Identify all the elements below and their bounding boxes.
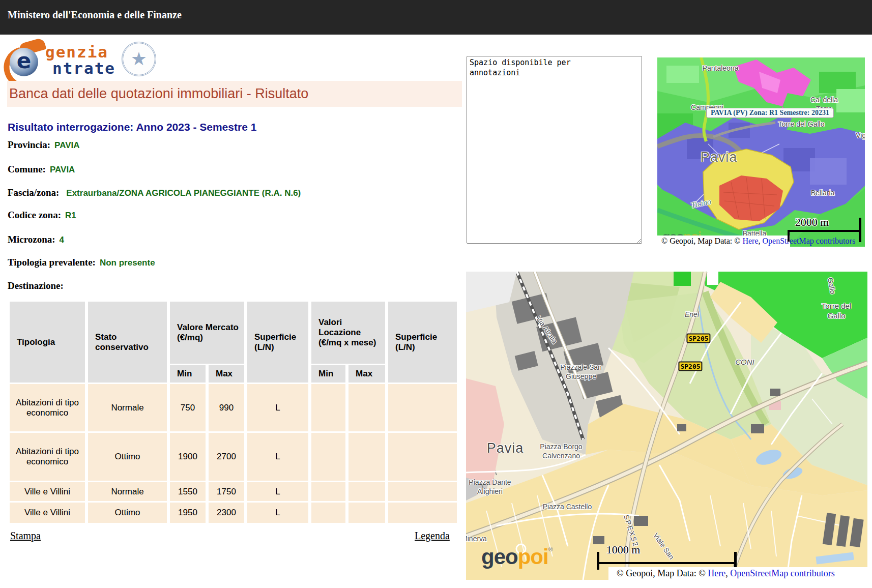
street-map-graphic xyxy=(466,272,867,580)
map-label-pantaleona: Pantaleona xyxy=(703,64,739,73)
cell-vm-max: 990 xyxy=(209,384,244,431)
stampa-link[interactable]: Stampa xyxy=(10,530,41,542)
field-value: 4 xyxy=(60,235,64,245)
cell-vl-max xyxy=(348,384,385,431)
col-vm-max: Max xyxy=(209,365,244,383)
cell-tipologia: Abitazioni di tipo economico xyxy=(10,384,85,431)
map-label-coni: CONI xyxy=(735,358,754,367)
field-value: Extraurbana/ZONA AGRICOLA PIANEGGIANTE (… xyxy=(66,188,301,198)
cell-superficie-2 xyxy=(388,433,457,481)
cell-vm-max: 2700 xyxy=(209,433,244,481)
agency-logo: e genzia ntrate ★ xyxy=(6,42,158,79)
page-title: Banca dati delle quotazioni immobiliari … xyxy=(9,81,308,107)
destination-label: Destinazione: xyxy=(8,280,64,291)
result-heading: Risultato interrogazione: Anno 2023 - Se… xyxy=(8,121,256,133)
scale-label: 1000 m xyxy=(606,543,641,556)
map-label-piazza-dante-alighieri: Piazza Dante Alighieri xyxy=(469,478,511,496)
col-vm-min: Min xyxy=(170,365,206,383)
cell-vl-min xyxy=(311,482,345,501)
map-label-vigna: Vigna xyxy=(856,131,865,140)
col-vl-min: Min xyxy=(311,365,345,383)
attribution-text: © Geopoi, Map Data: © xyxy=(617,568,708,578)
zone-map[interactable]: Pantaleona Campeggi Ca' della Terra Torr… xyxy=(657,57,865,247)
scale-bar-left-tick xyxy=(597,552,599,570)
field-label: Comune: xyxy=(8,164,46,174)
col-vl-max: Max xyxy=(348,365,385,383)
scale-bar-left-tick xyxy=(788,230,790,242)
map-label-pavia: Pavia xyxy=(701,149,738,166)
field-codice-zona: Codice zona:R1 xyxy=(8,210,76,221)
cell-tipologia: Ville e Villini xyxy=(10,503,85,523)
map-label-bellaria: Bellaria xyxy=(811,189,835,198)
col-superficie-1: Superficie (L/N) xyxy=(247,302,308,383)
geopoi-logo: geopoi® xyxy=(481,546,553,568)
scale-bar xyxy=(597,562,736,564)
street-map[interactable]: Via Alzaia Piazzale San Giuseppe Enel SP… xyxy=(466,272,867,580)
legenda-link[interactable]: Legenda xyxy=(415,530,450,542)
field-value: R1 xyxy=(65,211,76,220)
field-value: PAVIA xyxy=(50,165,75,174)
table-row: Abitazioni di tipo economico Ottimo 1900… xyxy=(10,433,457,481)
italian-republic-emblem-icon: ★ xyxy=(122,42,156,76)
cell-superficie-1: L xyxy=(247,503,308,523)
field-label: Tipologia prevalente: xyxy=(8,257,96,268)
cell-tipologia: Ville e Villini xyxy=(10,482,85,501)
cell-tipologia: Abitazioni di tipo economico xyxy=(10,433,85,481)
col-stato-conservativo: Stato conservativo xyxy=(88,302,167,383)
attribution: © Geopoi, Map Data: © Here, OpenStreetMa… xyxy=(617,568,835,579)
page: Ministero dell'Economia e delle Finanze … xyxy=(0,0,872,588)
cell-vl-min xyxy=(311,433,345,481)
map-label-piazza-castello: Piazza Castello xyxy=(543,503,592,512)
table-row: Abitazioni di tipo economico Normale 750… xyxy=(10,384,457,431)
cell-superficie-1: L xyxy=(247,384,308,431)
scale-bar xyxy=(788,230,861,232)
field-comune: Comune:PAVIA xyxy=(8,164,75,175)
cell-vl-min xyxy=(311,384,345,431)
attribution-text: © Geopoi, Map Data: © xyxy=(661,237,742,245)
map-label-torre-del-gallo: Torre del Gallo xyxy=(821,302,852,321)
col-valore-mercato: Valore Mercato (€/mq) xyxy=(170,302,244,364)
ministry-title: Ministero dell'Economia e delle Finanze xyxy=(8,9,182,21)
here-link[interactable]: Here xyxy=(742,237,758,245)
cell-stato: Normale xyxy=(88,482,167,501)
cell-superficie-2 xyxy=(388,482,457,501)
map-label-piazza-borgo-calvenzano: Piazza Borgo Calvenzano xyxy=(540,443,582,460)
map-label-minerva: Minerva xyxy=(466,535,487,544)
logo-text-genzia: genzia xyxy=(45,43,108,61)
page-banner: Banca dati delle quotazioni immobiliari … xyxy=(7,81,462,107)
scale-label: 2000 m xyxy=(795,216,829,229)
cell-vl-max xyxy=(348,503,385,523)
cell-superficie-2 xyxy=(388,384,457,431)
table-row: Ville e Villini Ottimo 1950 2300 L xyxy=(10,503,457,523)
logo-text-ntrate: ntrate xyxy=(52,59,115,77)
attribution-separator: , xyxy=(725,568,730,578)
quotations-table: Tipologia Stato conservativo Valore Merc… xyxy=(7,300,460,524)
map-label-torre-del-gallo: Torre del Gallo xyxy=(778,120,824,129)
openstreetmap-link[interactable]: OpenStreetMap contributors xyxy=(762,237,855,245)
sp205-badge: SP205 xyxy=(686,334,710,343)
cell-vm-min: 750 xyxy=(170,384,206,431)
field-tipologia-prevalente: Tipologia prevalente:Non presente xyxy=(8,257,155,268)
cell-vm-min: 1950 xyxy=(170,503,206,523)
attribution: © Geopoi, Map Data: © Here, OpenStreetMa… xyxy=(661,237,855,246)
field-value: PAVIA xyxy=(54,140,79,150)
map-label-pavia: Pavia xyxy=(487,440,524,457)
cell-vm-min: 1550 xyxy=(170,482,206,501)
table-row: Ville e Villini Normale 1550 1750 L xyxy=(10,482,457,501)
cell-vl-max xyxy=(348,433,385,481)
here-link[interactable]: Here xyxy=(708,568,725,578)
sp205-badge: SP205 xyxy=(678,362,702,371)
scale-bar-right-tick xyxy=(859,218,861,242)
cell-vm-min: 1900 xyxy=(170,433,206,481)
cell-superficie-1: L xyxy=(247,482,308,501)
cell-vm-max: 2300 xyxy=(209,503,244,523)
zone-tooltip: PAVIA (PV) Zona: R1 Semestre: 20231 xyxy=(706,108,834,118)
cell-vl-max xyxy=(348,482,385,501)
annotations-textarea[interactable]: Spazio disponibile per annotazioni xyxy=(467,56,642,244)
field-label: Provincia: xyxy=(8,139,50,150)
cell-stato: Normale xyxy=(88,384,167,431)
field-microzona: Microzona:4 xyxy=(8,234,64,245)
field-label: Fascia/zona: xyxy=(8,187,59,198)
openstreetmap-link[interactable]: OpenStreetMap contributors xyxy=(730,568,834,578)
cell-stato: Ottimo xyxy=(88,433,167,481)
